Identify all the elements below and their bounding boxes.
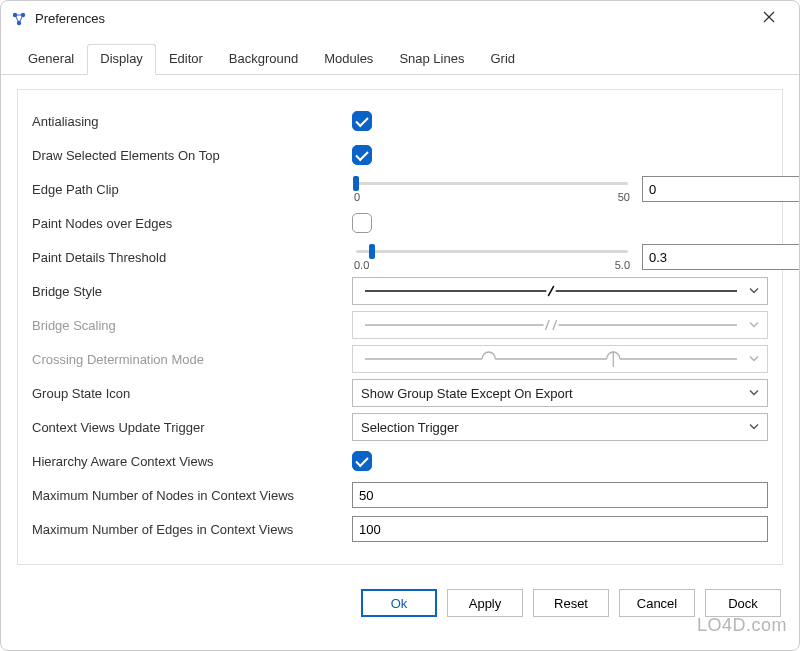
svg-line-9 xyxy=(548,286,554,296)
max-nodes-input[interactable] xyxy=(352,482,768,508)
bridge-scaling-label: Bridge Scaling xyxy=(32,318,342,333)
close-icon xyxy=(763,11,775,26)
apply-button[interactable]: Apply xyxy=(447,589,523,617)
tab-snap-lines[interactable]: Snap Lines xyxy=(386,44,477,75)
svg-line-5 xyxy=(19,15,23,23)
ok-button[interactable]: Ok xyxy=(361,589,437,617)
tab-editor[interactable]: Editor xyxy=(156,44,216,75)
max-nodes-label: Maximum Number of Nodes in Context Views xyxy=(32,488,342,503)
crossing-mode-label: Crossing Determination Mode xyxy=(32,352,342,367)
chevron-down-icon xyxy=(749,386,759,401)
paint-nodes-over-edges-label: Paint Nodes over Edges xyxy=(32,216,342,231)
edge-path-clip-max: 50 xyxy=(618,191,630,203)
edge-path-clip-min: 0 xyxy=(354,191,360,203)
reset-button[interactable]: Reset xyxy=(533,589,609,617)
chevron-down-icon xyxy=(749,352,759,367)
edge-path-clip-input[interactable] xyxy=(642,176,800,202)
svg-line-4 xyxy=(15,15,19,23)
window-title: Preferences xyxy=(35,11,105,26)
bridge-scaling-select[interactable] xyxy=(352,311,768,339)
paint-details-threshold-max: 5.0 xyxy=(615,259,630,271)
paint-details-threshold-min: 0.0 xyxy=(354,259,369,271)
crossing-mode-select[interactable] xyxy=(352,345,768,373)
tab-bar: General Display Editor Background Module… xyxy=(1,37,799,75)
paint-nodes-over-edges-checkbox[interactable] xyxy=(352,213,372,233)
hierarchy-aware-label: Hierarchy Aware Context Views xyxy=(32,454,342,469)
hierarchy-aware-checkbox[interactable] xyxy=(352,451,372,471)
paint-details-threshold-input[interactable] xyxy=(642,244,800,270)
svg-line-13 xyxy=(553,320,557,330)
bridge-style-label: Bridge Style xyxy=(32,284,342,299)
antialiasing-label: Antialiasing xyxy=(32,114,342,129)
context-trigger-label: Context Views Update Trigger xyxy=(32,420,342,435)
chevron-down-icon xyxy=(749,420,759,435)
tab-background[interactable]: Background xyxy=(216,44,311,75)
tab-modules[interactable]: Modules xyxy=(311,44,386,75)
draw-selected-top-label: Draw Selected Elements On Top xyxy=(32,148,342,163)
bridge-style-select[interactable] xyxy=(352,277,768,305)
paint-details-threshold-label: Paint Details Threshold xyxy=(32,250,342,265)
tab-display[interactable]: Display xyxy=(87,44,156,75)
draw-selected-top-checkbox[interactable] xyxy=(352,145,372,165)
edge-path-clip-slider[interactable]: 0 50 xyxy=(352,172,632,206)
context-trigger-select[interactable]: Selection Trigger xyxy=(352,413,768,441)
preferences-window: Preferences General Display Editor Backg… xyxy=(0,0,800,651)
context-trigger-value: Selection Trigger xyxy=(361,420,459,435)
chevron-down-icon xyxy=(749,318,759,333)
group-state-icon-label: Group State Icon xyxy=(32,386,342,401)
footer: Ok Apply Reset Cancel Dock xyxy=(1,577,799,631)
antialiasing-checkbox[interactable] xyxy=(352,111,372,131)
group-state-icon-value: Show Group State Except On Export xyxy=(361,386,573,401)
dock-button[interactable]: Dock xyxy=(705,589,781,617)
group-state-icon-select[interactable]: Show Group State Except On Export xyxy=(352,379,768,407)
app-icon xyxy=(11,11,27,27)
svg-line-12 xyxy=(545,320,549,330)
tab-grid[interactable]: Grid xyxy=(477,44,528,75)
titlebar: Preferences xyxy=(1,1,799,37)
display-panel: Antialiasing Draw Selected Elements On T… xyxy=(17,89,783,565)
max-edges-label: Maximum Number of Edges in Context Views xyxy=(32,522,342,537)
cancel-button[interactable]: Cancel xyxy=(619,589,695,617)
paint-details-threshold-slider[interactable]: 0.0 5.0 xyxy=(352,240,632,274)
edge-path-clip-label: Edge Path Clip xyxy=(32,182,342,197)
tab-general[interactable]: General xyxy=(15,44,87,75)
chevron-down-icon xyxy=(749,284,759,299)
max-edges-input[interactable] xyxy=(352,516,768,542)
close-button[interactable] xyxy=(749,5,789,33)
